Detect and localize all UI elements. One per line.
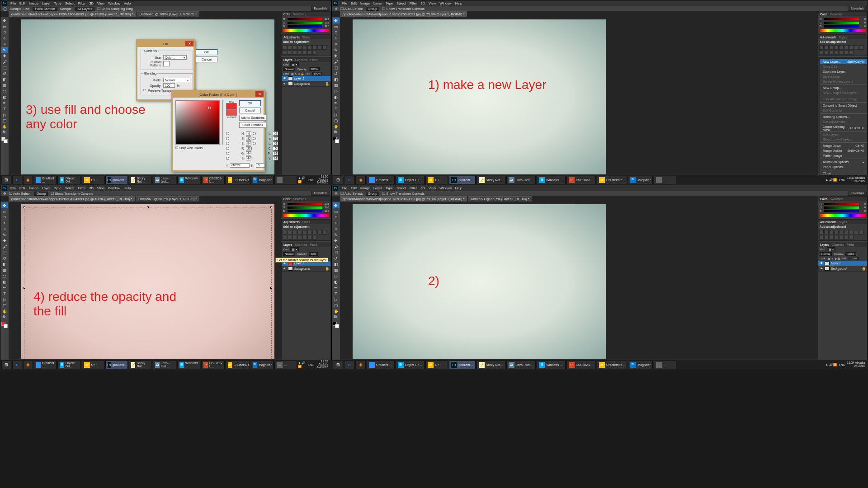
doc-tab-inactive[interactable]: Untitled-1 @ 100% (Layer 2, RGB/8) *	[137, 11, 199, 17]
taskbar-app[interactable]: PCSE202-L…	[201, 361, 225, 369]
b-slider[interactable]	[288, 25, 322, 28]
firefox-icon[interactable]: ◉	[355, 361, 366, 369]
taskbar-app[interactable]: ⊞Windows …	[537, 361, 565, 369]
cancel-button[interactable]: Cancel	[196, 56, 217, 62]
ctx-merge-visible[interactable]: Merge VisibleShift+Ctrl+E	[820, 148, 867, 153]
taskbar-app[interactable]: Psgradient…	[105, 176, 128, 184]
taskbar-app[interactable]: 📝Sticky Not…	[129, 176, 152, 184]
b2-radio[interactable]	[253, 142, 256, 145]
path-tool-icon[interactable]: ▷	[1, 112, 8, 117]
tab-channels[interactable]: Channels	[295, 58, 307, 61]
taskbar-app[interactable]: ⊞Object Ori…	[396, 176, 425, 184]
menubar[interactable]: Ps FileEditImageLayerTypeSelectFilter3DV…	[0, 185, 331, 191]
workspace-switcher[interactable]: Essentials	[311, 191, 330, 196]
ctx-merge-down[interactable]: Merge DownCtrl+E	[820, 143, 867, 148]
lang-indicator[interactable]: ENG	[839, 178, 845, 182]
taskbar-app[interactable]: ☕Java - test…	[153, 361, 176, 369]
sample-size-select[interactable]: Point Sample	[33, 7, 57, 11]
taskbar-app[interactable]: Psgradient…	[105, 361, 128, 369]
ctx-panel-options[interactable]: Panel Options...	[820, 164, 867, 169]
menu-select[interactable]: Select	[65, 1, 75, 5]
taskbar-app[interactable]: ☕Java - test…	[506, 176, 536, 184]
workspace-switcher[interactable]: Essentials	[848, 6, 867, 11]
only-web-checkbox[interactable]: ☐	[175, 146, 178, 150]
firefox-icon[interactable]: ◉	[23, 176, 33, 184]
color-libraries-button[interactable]: Color Libraries	[239, 122, 266, 128]
picker-cursor[interactable]	[208, 107, 211, 109]
move-tool-icon[interactable]: ✥	[333, 18, 340, 23]
taskbar-app[interactable]: 🔍Magnifier	[628, 176, 653, 184]
taskbar-app[interactable]: ⊞Object Ori…	[396, 361, 425, 369]
brush-tool-icon[interactable]: 🖌	[1, 59, 8, 65]
tab-paths[interactable]: Paths	[310, 58, 318, 61]
pen-tool-icon[interactable]: ✒	[1, 100, 8, 106]
ctx-blending-options[interactable]: Blending Options...	[820, 114, 867, 119]
taskbar-app[interactable]: 🌐Gradient …	[34, 361, 57, 369]
menu-window[interactable]: Window	[108, 1, 120, 5]
taskbar-app[interactable]: 📁C++	[82, 176, 104, 184]
ctx-animation-options[interactable]: Animation Options▸	[820, 160, 867, 164]
taskbar-app[interactable]: ……	[654, 361, 676, 369]
c-input[interactable]: 0	[273, 146, 278, 150]
taskbar-app[interactable]: 📝Sticky Not…	[476, 176, 506, 184]
eye-icon[interactable]: 👁	[283, 76, 287, 80]
taskbar-app[interactable]: 📁C:\Users\R…	[226, 176, 250, 184]
layers-context-menu[interactable]: New Layer...Shift+Ctrl+N Copy CSS Duplic…	[820, 58, 868, 182]
ctx-duplicate[interactable]: Duplicate Layer...	[820, 69, 867, 74]
hex-input[interactable]: ef2c2c	[230, 163, 250, 168]
taskbar-app[interactable]: 📝Sticky Not…	[129, 361, 152, 369]
system-tray[interactable]: ▲ 🔊 📶ENG11:36 Abdulla1/4/2015	[298, 175, 330, 184]
taskbar-app[interactable]: 📁C:\Users\R…	[226, 361, 250, 369]
bv-input[interactable]: 44	[246, 156, 251, 160]
shape-tool-icon[interactable]: ▢	[1, 117, 8, 123]
heal-tool-icon[interactable]: ✚	[1, 53, 8, 59]
taskbar[interactable]: ⊞e◉🌐Gradient …⊞Object Ori…📁C++Psgradient…	[331, 360, 868, 370]
tab-adjustments[interactable]: Adjustments	[283, 36, 300, 39]
taskbar-app[interactable]: 🌐Gradient …	[367, 361, 395, 369]
b-input[interactable]: 94	[246, 141, 251, 145]
lang-indicator[interactable]: ENG	[308, 363, 314, 366]
r-slider[interactable]	[288, 18, 322, 20]
dodge-tool-icon[interactable]: ◐	[1, 94, 8, 100]
ctx-flatten[interactable]: Flatten Image	[820, 153, 867, 158]
ie-icon[interactable]: e	[12, 176, 22, 184]
autoselect-select[interactable]: Group	[366, 7, 380, 11]
pattern-thumb[interactable]	[163, 61, 170, 66]
start-button[interactable]: ⊞	[1, 176, 11, 184]
ctx-new-layer[interactable]: New Layer...Shift+Ctrl+N	[820, 59, 867, 64]
m-input[interactable]: 91	[273, 151, 278, 155]
hand-tool-icon[interactable]: ✋	[1, 123, 8, 129]
close-icon[interactable]: ✕	[185, 41, 193, 46]
start-button[interactable]: ⊞	[333, 176, 343, 184]
move-tool-icon[interactable]: ✥	[1, 18, 8, 23]
taskbar[interactable]: ⊞e◉🌐Gradient …⊞Object Ori…📁C++Psgradient…	[0, 360, 331, 370]
menubar[interactable]: Ps FileEditImageLayerTypeSelectFilter3DV…	[332, 0, 868, 6]
b-radio[interactable]	[226, 142, 229, 145]
zoom-tool-icon[interactable]: 🔍	[1, 129, 8, 135]
r-input[interactable]: 239	[246, 146, 251, 150]
canvas[interactable]	[21, 204, 274, 359]
canvas[interactable]	[353, 19, 606, 174]
menu-type[interactable]: Type	[54, 1, 61, 5]
menu-layer[interactable]: Layer	[42, 1, 51, 5]
eraser-tool-icon[interactable]: ◧	[1, 76, 8, 82]
transform-handles[interactable]	[24, 207, 272, 359]
taskbar-app[interactable]: 🔍Magnifier	[251, 361, 274, 369]
start-button[interactable]: ⊞	[333, 361, 343, 369]
workspace-switcher[interactable]: Essentials	[311, 6, 330, 11]
use-select[interactable]: Color...	[163, 55, 187, 60]
taskbar-app[interactable]: 📁C:\Users\R…	[597, 176, 627, 184]
blur-tool-icon[interactable]: ◌	[1, 88, 8, 94]
taskbar-app[interactable]: 📁C++	[425, 361, 448, 369]
sample-select[interactable]: All Layers	[75, 7, 94, 11]
l-radio[interactable]	[253, 132, 256, 135]
system-tray[interactable]: ▲ 🔊 📶ENG11:39 Abdulla1/4/2015	[298, 360, 330, 369]
doc-tab-active[interactable]: gradient-abstract-hd-wallpaper-1920x1200…	[9, 11, 136, 17]
gradient-tool-icon[interactable]: ▦	[1, 82, 8, 88]
history-tool-icon[interactable]: ↺	[1, 70, 8, 76]
ie-icon[interactable]: e	[344, 176, 354, 184]
menu-image[interactable]: Image	[29, 1, 38, 5]
doc-tab-active[interactable]: gradient-abstract-hd-wallpaper-1920x1200…	[340, 11, 467, 17]
crop-tool-icon[interactable]: ⌗	[1, 41, 8, 47]
start-button[interactable]: ⊞	[1, 361, 11, 369]
